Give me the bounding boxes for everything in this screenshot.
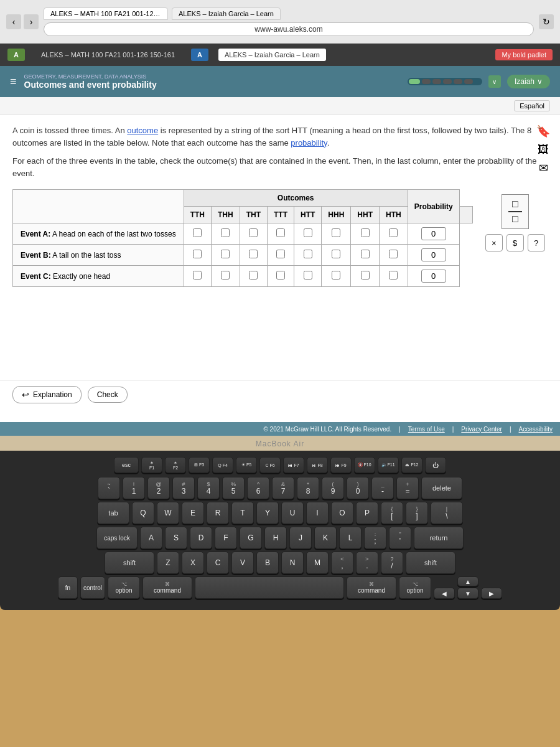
key-command-right[interactable]: ⌘ command [347,576,396,599]
key-m[interactable]: M [306,552,329,574]
key-7[interactable]: &7 [272,477,294,499]
key-4[interactable]: $4 [197,477,220,499]
key-o[interactable]: O [331,502,353,524]
key-s[interactable]: S [165,527,187,549]
outcome-check-0-2[interactable] [240,223,267,245]
key-b[interactable]: B [256,552,279,574]
checkbox-1-5[interactable] [332,250,340,258]
prob-input-cell-2[interactable] [408,266,459,287]
key-arrow-left[interactable]: ◀ [434,588,455,599]
checkbox-2-3[interactable] [276,271,285,280]
key-z[interactable]: Z [157,552,179,574]
outcome-check-2-1[interactable] [212,266,240,287]
key-h[interactable]: H [264,527,287,549]
key-t[interactable]: T [231,502,254,524]
explanation-button[interactable]: ↩ Explanation [12,386,82,403]
key-5[interactable]: %5 [222,477,245,499]
outcome-check-2-0[interactable] [184,266,211,287]
multiply-button[interactable]: × [485,234,503,251]
key-delete[interactable]: delete [421,477,462,499]
terms-link[interactable]: Terms of Use [408,426,445,433]
outcome-check-1-6[interactable] [351,245,380,266]
checkbox-2-2[interactable] [249,271,258,280]
key-c[interactable]: C [207,552,229,574]
prob-input-cell-0[interactable] [408,223,459,245]
checkbox-0-4[interactable] [304,228,312,237]
key-backtick[interactable]: ~` [98,477,120,499]
key-quote[interactable]: "' [389,527,411,549]
outcome-check-0-4[interactable] [294,223,322,245]
checkbox-0-0[interactable] [193,228,202,237]
key-f10[interactable]: 🔇F10 [354,457,375,473]
key-semicolon[interactable]: :; [364,527,386,549]
learn-tab[interactable]: ALEKS – Izaiah Garcia – Learn [218,49,326,61]
privacy-link[interactable]: Privacy Center [461,426,502,433]
outcome-check-0-0[interactable] [184,223,211,245]
key-q[interactable]: Q [132,502,154,524]
key-9[interactable]: (9 [322,477,344,499]
checkbox-1-3[interactable] [276,250,285,258]
outcome-check-2-3[interactable] [268,266,294,287]
key-esc[interactable]: esc [114,457,139,473]
question-button[interactable]: ? [528,234,545,251]
key-arrow-up[interactable]: ▲ [457,576,478,586]
key-e[interactable]: E [182,502,204,524]
key-space[interactable] [195,576,344,599]
key-minus[interactable]: _- [371,477,394,499]
checkbox-2-1[interactable] [221,271,230,280]
key-3[interactable]: #3 [172,477,195,499]
outcome-check-2-2[interactable] [240,266,267,287]
key-d[interactable]: D [190,527,212,549]
outcome-check-0-7[interactable] [380,223,408,245]
outcome-check-2-4[interactable] [294,266,322,287]
refresh-button[interactable]: ↻ [539,14,554,29]
key-shift-right[interactable]: shift [406,552,455,574]
key-j[interactable]: J [289,527,312,549]
probability-link[interactable]: probability [291,138,327,148]
key-f7[interactable]: ⏮ F7 [283,457,304,473]
key-8[interactable]: *8 [297,477,319,499]
outcome-check-1-4[interactable] [294,245,322,266]
accessibility-link[interactable]: Accessibility [519,426,553,433]
checkbox-1-7[interactable] [389,250,398,258]
key-power[interactable]: ⏻ [425,457,446,473]
prob-input-cell-1[interactable] [408,245,459,266]
key-x[interactable]: X [182,552,204,574]
key-lbracket[interactable]: {[ [381,502,403,524]
checkbox-0-5[interactable] [332,228,340,237]
checkbox-1-6[interactable] [361,250,370,258]
bookmark-icon[interactable]: 🔖 [536,125,550,138]
key-f8[interactable]: ⏯ F8 [307,457,328,473]
checkbox-2-7[interactable] [389,271,398,280]
checkbox-2-6[interactable] [361,271,370,280]
prob-input-1[interactable] [421,248,446,261]
checkbox-2-5[interactable] [332,271,340,280]
key-f2[interactable]: ✶F2 [165,457,186,473]
key-control[interactable]: control [80,576,105,599]
expand-button[interactable]: ∨ [488,75,501,88]
key-g[interactable]: G [240,527,262,549]
checkbox-0-3[interactable] [276,228,285,237]
key-option-right[interactable]: ⌥ option [399,576,431,599]
key-0[interactable]: )0 [347,477,369,499]
key-i[interactable]: I [306,502,329,524]
key-f1[interactable]: ✶F1 [141,457,162,473]
outcome-check-1-5[interactable] [322,245,351,266]
outcome-check-2-7[interactable] [380,266,408,287]
checkbox-1-1[interactable] [221,250,230,258]
checkbox-0-2[interactable] [249,228,258,237]
key-f11[interactable]: 🔉F11 [378,457,399,473]
checkbox-1-2[interactable] [249,250,258,258]
key-r[interactable]: R [207,502,229,524]
key-n[interactable]: N [281,552,304,574]
key-slash[interactable]: ?/ [381,552,403,574]
outcome-check-1-2[interactable] [240,245,267,266]
key-6[interactable]: ^6 [247,477,269,499]
key-f5[interactable]: ☀ F5 [236,457,257,473]
key-f9[interactable]: ⏭ F9 [330,457,352,473]
key-f[interactable]: F [215,527,237,549]
checkbox-0-7[interactable] [389,228,398,237]
tab-2[interactable]: ALEKS – Izaiah Garcia – Learn [172,7,281,20]
key-k[interactable]: K [314,527,337,549]
outcome-check-0-6[interactable] [351,223,380,245]
